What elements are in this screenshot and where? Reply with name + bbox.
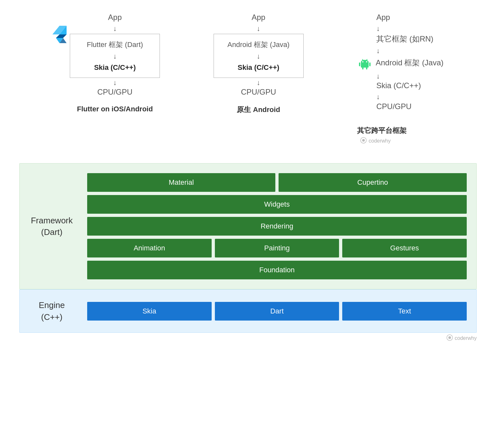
fw-block-painting: Painting [215,239,339,257]
col3-watermark: coderwhy [369,138,390,144]
framework-label: Framework (Dart) [29,215,74,238]
fw-block-widgets: Widgets [87,195,467,214]
engine-grid: SkiaDartText [87,302,467,321]
flutter-icon [52,26,67,44]
fw-row: Foundation [87,261,467,279]
col1-app-label: App [108,13,122,22]
col2-app-label: App [252,13,265,22]
col2-arrow2: ↓ [257,78,260,88]
top-section: App ↓ Flutter 框架 (Dart) ↓ Skia (C/C++) ↓… [19,13,477,144]
svg-rect-9 [359,62,360,66]
svg-point-12 [362,139,365,142]
col2-box: Android 框架 (Java) ↓ Skia (C/C++) [214,34,304,78]
engine-label-line1: Engine [39,300,65,310]
col1-bottom: Flutter on iOS/Android [77,105,153,113]
col1-arrow1: ↓ [113,24,117,34]
fw-block-foundation: Foundation [87,261,467,279]
engine-watermark-icon [446,334,453,341]
svg-point-6 [366,61,367,62]
col2-box-arrow: ↓ [257,51,260,61]
eng-block-text: Text [342,302,467,321]
framework-grid: MaterialCupertinoWidgetsRenderingAnimati… [87,173,467,279]
engine-section: Engine (C++) SkiaDartText [19,289,477,333]
col2-arrow1: ↓ [257,24,260,34]
col1-framework: Flutter 框架 (Dart) [87,40,143,50]
fw-row: MaterialCupertino [87,173,467,192]
fw-block-material: Material [87,173,275,192]
col1-box-arrow: ↓ [113,51,117,61]
fw-row: Rendering [87,217,467,236]
eng-block-skia: Skia [87,302,212,321]
col1-arch: App ↓ Flutter 框架 (Dart) ↓ Skia (C/C++) ↓… [70,13,160,113]
fw-block-gestures: Gestures [342,239,467,257]
col3-arrow4: ↓ [376,92,380,102]
col1-box: Flutter 框架 (Dart) ↓ Skia (C/C++) [70,34,160,78]
col3-arrow2: ↓ [376,46,380,56]
col2-arch: App ↓ Android 框架 (Java) ↓ Skia (C/C++) ↓… [214,13,304,115]
svg-point-14 [448,336,451,339]
col1-cpu: CPU/GPU [97,88,133,97]
framework-section: Framework (Dart) MaterialCupertinoWidget… [19,163,477,289]
col3-bottom: 其它跨平台框架 [357,126,407,135]
fw-row: AnimationPaintingGestures [87,239,467,257]
android-icon [357,56,372,71]
col1-skia: Skia (C/C++) [94,63,136,72]
col3-arch: App ↓ 其它框架 (如RN) ↓ Android 框架 (Java) ↓ S… [357,13,444,144]
col2-skia: Skia (C/C++) [238,63,280,72]
watermark-icon [360,137,367,144]
framework-label-line1: Framework [31,216,73,225]
svg-rect-10 [369,62,371,66]
col2-bottom: 原生 Android [237,105,280,115]
svg-marker-2 [56,34,67,38]
engine-watermark: coderwhy [455,335,477,341]
engine-label-line2: (C++) [41,312,62,322]
col3-android-label: Android 框架 (Java) [376,58,444,68]
col3-line2: 其它框架 (如RN) [376,34,433,44]
svg-point-5 [362,61,363,62]
flutter-column: App ↓ Flutter 框架 (Dart) ↓ Skia (C/C++) ↓… [52,13,160,113]
fw-block-animation: Animation [87,239,212,257]
col1-arrow2: ↓ [113,78,117,88]
fw-block-cupertino: Cupertino [279,173,467,192]
engine-label: Engine (C++) [29,299,74,323]
fw-row: Widgets [87,195,467,214]
col3-cpu: CPU/GPU [376,102,411,111]
col3-android-row: Android 框架 (Java) [357,56,444,71]
col3-arrow1: ↓ [376,24,380,34]
col2-cpu: CPU/GPU [241,88,276,97]
col3-skia: Skia (C/C++) [376,81,421,90]
framework-label-line2: (Dart) [41,227,62,237]
col3-app-label: App [376,13,390,22]
eng-block-dart: Dart [215,302,339,321]
col3-arrow3: ↓ [376,71,380,81]
fw-block-rendering: Rendering [87,217,467,236]
col2-framework: Android 框架 (Java) [227,40,289,50]
